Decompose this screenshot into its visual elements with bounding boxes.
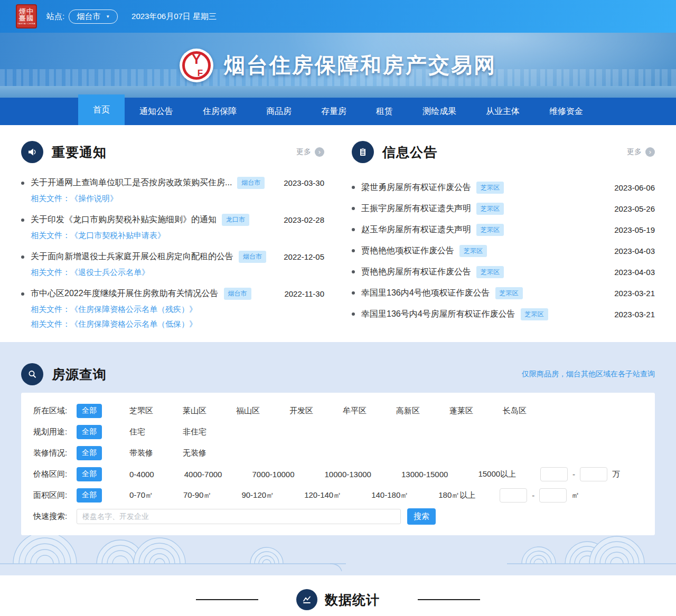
search-button[interactable]: 搜索 [407,508,436,525]
announcement-title-link[interactable]: 贾艳艳他项权证作废公告 [361,245,454,257]
announcement-title-link[interactable]: 王振宇房屋所有权证遗失声明 [361,203,471,214]
nav-item-commodity-housing[interactable]: 商品房 [251,98,306,125]
bullet-icon [21,219,24,222]
filter-row-region: 所在区域: 全部 芝罘区 莱山区 福山区 开发区 牟平区 高新区 蓬莱区 长岛区 [21,400,655,421]
announcement-title-link[interactable]: 幸国里136内4号他项权证作废公告 [361,288,490,299]
district-tag: 芝罘区 [521,308,548,320]
data-statistics-header: 数据统计 [0,589,676,610]
related-file-link[interactable]: 《住房保障资格公示名单（低保）》 [70,319,197,328]
region-option[interactable]: 开发区 [289,406,343,416]
info-announcements-column: 信息公告 更多 › 梁世勇房屋所有权证作废公告 芝罘区 2023-06-06 王… [352,141,655,342]
main-content: 重要通知 更多 › 关于开通网上查询单位职工是否按房改政策购买住房... 烟台市… [0,125,676,342]
notice-title-link[interactable]: 市中心区2022年度继续开展住房救助有关情况公告 [31,288,219,299]
decoration-all-button[interactable]: 全部 [77,446,102,460]
quick-search-row: 快速搜索: 搜索 [21,506,655,527]
decoration-option[interactable]: 无装修 [183,448,236,458]
region-option[interactable]: 牟平区 [343,406,396,416]
price-option[interactable]: 10000-13000 [325,470,371,479]
area-option[interactable]: 70-90㎡ [183,490,211,500]
filter-label: 装修情况: [33,448,73,458]
price-option[interactable]: 4000-7000 [184,470,222,479]
nav-item-housing-security[interactable]: 住房保障 [188,98,251,125]
region-option[interactable]: 蓬莱区 [449,406,503,416]
header-banner: Y F 烟台住房保障和房产交易网 [0,33,676,98]
notices-more-link[interactable]: 更多 › [296,147,324,157]
related-file-line: 相关文件：《操作说明》 [31,194,324,204]
related-file-prefix: 相关文件： [31,319,70,328]
logo-letter-top: Y [180,52,213,66]
bullet-icon [352,312,355,316]
area-option[interactable]: 180㎡以上 [438,490,475,500]
price-min-input[interactable] [540,467,568,481]
bullet-icon [21,292,24,296]
quick-search-input[interactable] [77,509,401,524]
area-option[interactable]: 140-180㎡ [371,490,408,500]
more-label: 更多 [296,147,311,157]
site-selector-dropdown[interactable]: 烟台市 ▼ [69,10,118,24]
nav-item-stock-housing[interactable]: 存量房 [306,98,361,125]
related-file-line: 相关文件：《退役士兵公示名单》 [31,268,324,278]
price-range-group: - 万 [540,467,620,481]
announcement-date: 2023-06-06 [608,183,655,192]
related-file-link[interactable]: 《龙口市契税补贴申请表》 [70,231,165,240]
related-file-link[interactable]: 《操作说明》 [70,194,118,203]
announcement-date: 2023-03-21 [608,310,655,319]
related-file-link[interactable]: 《退役士兵公示名单》 [70,268,149,277]
nav-item-rental[interactable]: 租赁 [361,98,408,125]
announcement-title-link[interactable]: 赵玉华房屋所有权证遗失声明 [361,224,471,235]
region-option[interactable]: 高新区 [396,406,449,416]
notice-title-link[interactable]: 关于开通网上查询单位职工是否按房改政策购买住房... [31,177,232,188]
related-file-prefix: 相关文件： [31,305,70,314]
announcements-more-link[interactable]: 更多 › [627,147,655,157]
nav-item-maintenance-funds[interactable]: 维修资金 [534,98,598,125]
area-max-input[interactable] [539,488,567,503]
announcement-title-link[interactable]: 贾艳艳房屋所有权证作废公告 [361,267,471,278]
info-announcements-header: 信息公告 更多 › [352,141,655,163]
price-option[interactable]: 15000以上 [478,469,516,479]
notice-title-link[interactable]: 关于面向新增退役士兵家庭开展公租房定向配租的公告 [31,251,233,262]
related-file-link[interactable]: 《住房保障资格公示名单（残疾）》 [70,305,197,314]
area-range-group: - ㎡ [500,488,579,503]
more-label: 更多 [627,147,642,157]
bullet-icon [352,186,355,189]
price-option[interactable]: 7000-10000 [252,470,294,479]
price-max-input[interactable] [580,467,607,481]
bullet-icon [21,182,24,185]
range-separator: - [572,470,575,479]
filter-label: 价格区间: [33,469,73,479]
decoration-option[interactable]: 带装修 [129,448,183,458]
decorative-wave-pattern [0,533,676,575]
notice-title-link[interactable]: 关于印发《龙口市购房契税补贴实施细则》的通知 [31,214,217,225]
announcement-title-link[interactable]: 幸国里136号内4号房屋所有权证作废公告 [361,309,515,320]
filter-label: 所在区域: [33,406,73,416]
nav-item-practitioners[interactable]: 从业主体 [471,98,534,125]
area-option[interactable]: 0-70㎡ [129,490,153,500]
region-option[interactable]: 莱山区 [183,406,236,416]
usage-option[interactable]: 非住宅 [183,427,236,437]
region-option[interactable]: 福山区 [236,406,289,416]
area-min-input[interactable] [500,488,527,503]
announcement-date: 2023-05-19 [608,225,655,234]
usage-all-button[interactable]: 全部 [77,425,102,439]
area-all-button[interactable]: 全部 [77,488,102,503]
announcement-item: 赵玉华房屋所有权证遗失声明 芝罘区 2023-05-19 [352,219,655,240]
nav-item-surveying-results[interactable]: 测绘成果 [408,98,471,125]
price-all-button[interactable]: 全部 [77,467,102,481]
region-option[interactable]: 长岛区 [503,406,556,416]
nav-item-home[interactable]: 首页 [78,94,125,125]
area-option[interactable]: 120-140㎡ [304,490,341,500]
speaker-icon [21,141,43,163]
usage-option[interactable]: 住宅 [129,427,183,437]
document-icon [352,141,374,163]
price-option[interactable]: 13000-15000 [401,470,448,479]
nav-item-notices[interactable]: 通知公告 [125,98,188,125]
area-option[interactable]: 90-120㎡ [241,490,274,500]
announcement-title-link[interactable]: 梁世勇房屋所有权证作废公告 [361,182,471,193]
main-navigation: 首页 通知公告 住房保障 商品房 存量房 租赁 测绘成果 从业主体 维修资金 [0,98,676,125]
price-option[interactable]: 0-4000 [129,470,154,479]
region-all-button[interactable]: 全部 [77,404,102,418]
region-option[interactable]: 芝罘区 [129,406,183,416]
search-scope-note: 仅限商品房，烟台其他区域在各子站查询 [522,369,655,379]
announcement-item: 梁世勇房屋所有权证作废公告 芝罘区 2023-06-06 [352,177,655,198]
notice-item: 关于面向新增退役士兵家庭开展公租房定向配租的公告 烟台市 2022-12-05 … [21,251,324,278]
